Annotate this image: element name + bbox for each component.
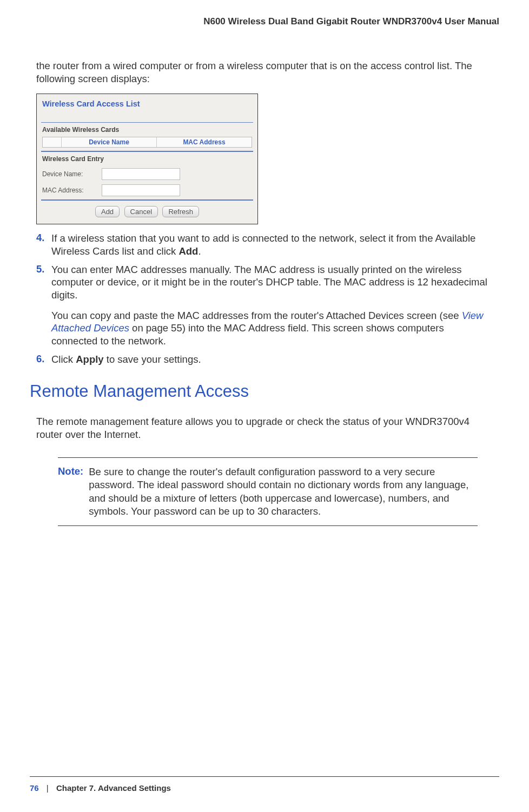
note-box: Note: Be sure to change the router's def… [58, 457, 478, 527]
mac-address-label: MAC Address: [42, 187, 102, 194]
footer: 76 | Chapter 7. Advanced Settings [30, 776, 499, 793]
step-number: 5. [36, 263, 51, 302]
bold-apply: Apply [76, 354, 103, 365]
text: . [198, 245, 201, 257]
screenshot-buttons: Add Cancel Refresh [37, 206, 257, 224]
body-content: the router from a wired computer or from… [30, 59, 499, 526]
step-text: Click Apply to save your settings. [51, 353, 493, 366]
text: You can copy and paste the MAC addresses… [51, 310, 462, 321]
section-body: The remote management feature allows you… [36, 415, 493, 441]
mac-address-row: MAC Address: [37, 182, 257, 198]
table-header-mac: MAC Address [156, 137, 252, 147]
step-6: 6. Click Apply to save your settings. [36, 353, 493, 366]
available-cards-table: Device Name MAC Address [42, 137, 252, 148]
divider [41, 199, 253, 201]
available-cards-header: Available Wireless Cards [37, 123, 257, 137]
step-5-sub: You can copy and paste the MAC addresses… [51, 309, 493, 348]
footer-divider [30, 776, 499, 777]
step-number: 4. [36, 232, 51, 257]
document-header: N600 Wireless Dual Band Gigabit Router W… [30, 16, 499, 27]
entry-header: Wireless Card Entry [37, 152, 257, 166]
table-header-device: Device Name [61, 137, 156, 147]
table-header-blank [43, 137, 61, 147]
device-name-input[interactable] [102, 168, 180, 180]
bold-add: Add [178, 245, 198, 257]
table-header: Device Name MAC Address [43, 137, 252, 147]
step-4: 4. If a wireless station that you want t… [36, 232, 493, 257]
step-text: If a wireless station that you want to a… [51, 232, 493, 257]
step-5: 5. You can enter MAC addresses manually.… [36, 263, 493, 302]
page-number: 76 [30, 783, 39, 793]
text: Click [51, 354, 76, 365]
section-heading-remote-management: Remote Management Access [30, 382, 493, 401]
intro-paragraph: the router from a wired computer or from… [36, 59, 493, 85]
text: If a wireless station that you want to a… [51, 232, 475, 257]
footer-chapter: Chapter 7. Advanced Settings [56, 783, 171, 793]
step-text: You can enter MAC addresses manually. Th… [51, 263, 493, 302]
footer-text: 76 | Chapter 7. Advanced Settings [30, 783, 499, 793]
note-text: Be sure to change the router's default c… [89, 465, 478, 518]
mac-address-input[interactable] [102, 184, 180, 196]
device-name-row: Device Name: [37, 166, 257, 182]
footer-separator: | [41, 783, 54, 793]
page: N600 Wireless Dual Band Gigabit Router W… [0, 0, 529, 812]
screenshot-wireless-card-access-list: Wireless Card Access List Available Wire… [36, 94, 258, 224]
cancel-button[interactable]: Cancel [124, 206, 158, 217]
add-button[interactable]: Add [95, 206, 120, 217]
refresh-button[interactable]: Refresh [162, 206, 199, 217]
device-name-label: Device Name: [42, 170, 102, 178]
note-label: Note: [58, 465, 89, 518]
text: to save your settings. [104, 354, 201, 365]
screenshot-title: Wireless Card Access List [37, 94, 257, 122]
step-number: 6. [36, 353, 51, 366]
